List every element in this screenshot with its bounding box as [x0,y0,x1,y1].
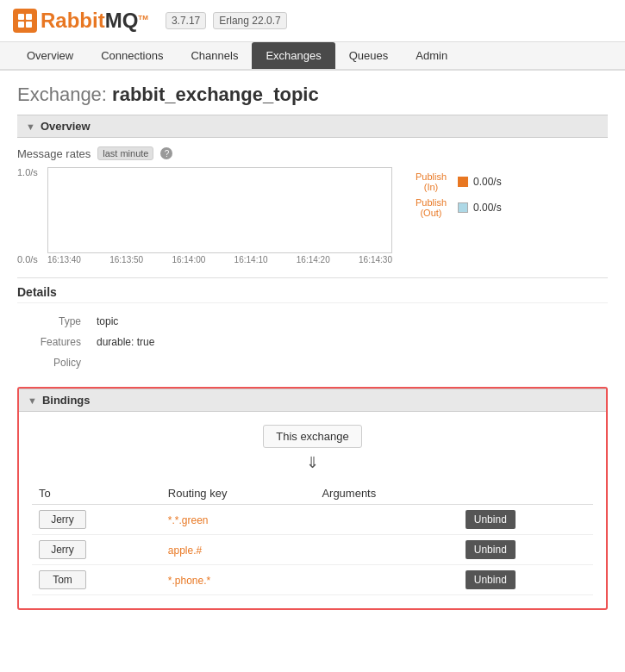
policy-value [90,353,606,372]
features-value: durable: true [90,333,606,352]
chart-area [47,167,392,253]
binding-action-1: Unbind [459,535,593,565]
binding-action-2: Unbind [459,565,593,595]
binding-routing-key-2: *.phone.* [161,565,316,595]
chart-xaxis: 16:13:40 16:13:50 16:14:00 16:14:10 16:1… [47,255,392,264]
bindings-section: ▼ Bindings This exchange ⇓ To Routing ke… [17,387,608,610]
table-row: Jerry apple.# Unbind [32,535,593,565]
routing-key-value-1: apple.# [168,544,202,557]
y-bottom: 0.0/s [17,254,38,264]
publish-legend: Publish(In) 0.00/s Publish(Out) 0.00/s [409,167,502,218]
col-actions [459,482,593,505]
binding-action-0: Unbind [459,505,593,535]
type-value: topic [90,312,606,331]
logo-rabbit: Rabbit [41,9,105,32]
exchange-name: rabbit_exchange_topic [112,84,319,105]
svg-rect-1 [26,14,32,20]
this-exchange-button[interactable]: This exchange [263,425,362,448]
x-label-4: 16:14:20 [297,255,330,264]
type-label: Type [19,312,88,331]
details-policy-row: Policy [19,353,606,372]
unbind-button-1[interactable]: Unbind [466,540,516,559]
svg-rect-2 [18,22,24,28]
binding-routing-key-0: *.*.green [161,505,316,535]
details-section: Details Type topic Features durable: tru… [17,285,608,374]
binding-arguments-0 [315,505,458,535]
question-mark-icon[interactable]: ? [160,147,172,159]
unbind-button-0[interactable]: Unbind [466,510,516,529]
logo-icon [13,9,37,33]
x-label-2: 16:14:00 [172,255,205,264]
queue-button-jerry-0[interactable]: Jerry [39,510,86,529]
binding-routing-key-1: apple.# [161,535,316,565]
page-title-prefix: Exchange: [17,84,107,105]
details-type-row: Type topic [19,312,606,331]
message-rates-label: Message rates [17,147,91,160]
y-top: 1.0/s [17,167,38,177]
publish-out-label: Publish(Out) [416,197,447,218]
nav-queues[interactable]: Queues [335,42,403,69]
logo-text: RabbitMQTM [41,9,148,33]
publish-in-legend: Publish(In) 0.00/s [409,171,502,192]
chart-wrapper: 1.0/s 0.0/s 16:13:40 16:13:50 16:14:00 1… [47,167,392,264]
details-title: Details [17,285,608,303]
overview-arrow-icon: ▼ [26,121,35,132]
arrow-down-icon: ⇓ [32,453,593,472]
routing-key-value-0: *.*.green [168,514,209,526]
bindings-table: To Routing key Arguments Jerry *.*.green… [32,482,593,595]
table-row: Tom *.phone.* Unbind [32,565,593,595]
logo: RabbitMQTM [13,9,148,33]
erlang-badge: Erlang 22.0.7 [213,12,286,29]
col-arguments: Arguments [315,482,458,505]
nav: Overview Connections Channels Exchanges … [0,42,625,71]
x-label-5: 16:14:30 [359,255,392,264]
chart-yaxis: 1.0/s 0.0/s [17,167,38,264]
queue-button-tom[interactable]: Tom [39,570,86,589]
details-features-row: Features durable: true [19,333,606,352]
last-minute-badge[interactable]: last minute [97,146,153,160]
nav-exchanges[interactable]: Exchanges [252,42,334,69]
policy-label: Policy [19,353,88,372]
queue-button-jerry-1[interactable]: Jerry [39,540,86,559]
svg-rect-0 [18,14,24,20]
binding-to-0: Jerry [32,505,161,535]
logo-mq: MQ [105,9,139,32]
col-to: To [32,482,161,505]
binding-to-1: Jerry [32,535,161,565]
this-exchange-container: This exchange ⇓ [32,425,593,472]
publish-in-label: Publish(In) [416,171,447,192]
publish-in-color-box [458,177,468,187]
x-label-1: 16:13:50 [109,255,143,264]
message-rates-row: Message rates last minute ? [17,146,608,160]
binding-arguments-2 [315,565,458,595]
header: RabbitMQTM 3.7.17 Erlang 22.0.7 [0,0,625,42]
nav-admin[interactable]: Admin [402,42,461,69]
page-title: Exchange: rabbit_exchange_topic [17,84,608,106]
divider-1 [17,277,608,278]
publish-in-value: 0.00/s [473,176,502,188]
binding-arguments-1 [315,535,458,565]
bindings-arrow-icon: ▼ [28,395,37,406]
publish-out-value: 0.00/s [473,202,502,214]
col-routing-key: Routing key [161,482,316,505]
nav-overview[interactable]: Overview [13,42,87,69]
table-row: Jerry *.*.green Unbind [32,505,593,535]
bindings-label: Bindings [42,394,91,407]
publish-out-legend: Publish(Out) 0.00/s [409,197,502,218]
nav-connections[interactable]: Connections [87,42,177,69]
svg-rect-3 [26,22,32,28]
chart-container: 1.0/s 0.0/s 16:13:40 16:13:50 16:14:00 1… [17,167,608,264]
overview-label: Overview [41,120,91,133]
nav-channels[interactable]: Channels [177,42,252,69]
version-badge: 3.7.17 [166,12,206,29]
features-label: Features [19,333,88,352]
overview-section-header[interactable]: ▼ Overview [17,115,608,138]
x-label-0: 16:13:40 [47,255,81,264]
unbind-button-2[interactable]: Unbind [466,570,516,589]
x-label-3: 16:14:10 [234,255,268,264]
publish-out-color-box [458,202,468,213]
bindings-section-header[interactable]: ▼ Bindings [19,389,606,412]
routing-key-value-2: *.phone.* [168,575,210,587]
bindings-table-header: To Routing key Arguments [32,482,593,505]
page-content: Exchange: rabbit_exchange_topic ▼ Overvi… [0,71,625,623]
